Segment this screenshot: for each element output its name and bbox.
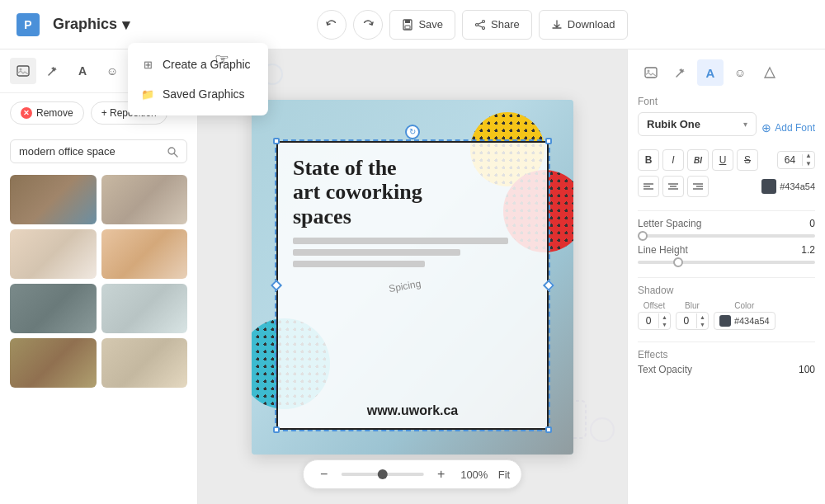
list-item[interactable] (101, 229, 188, 279)
content-title: State of the art coworking spaces (293, 156, 422, 230)
title-line2: art coworking (293, 180, 422, 204)
zoom-out-button[interactable]: − (315, 465, 333, 483)
panel-wand-tool[interactable] (40, 58, 66, 84)
blur-label: Blur (685, 301, 700, 310)
top-bar-left: P Graphics ▾ (16, 12, 136, 37)
italic-button[interactable]: I (662, 149, 684, 171)
rp-image-tool[interactable] (638, 59, 664, 86)
panel-text-tool[interactable]: A (69, 58, 96, 84)
bold-button[interactable]: B (638, 149, 659, 171)
underline-button[interactable]: U (712, 149, 733, 171)
list-item[interactable] (10, 229, 97, 279)
svg-rect-8 (17, 66, 29, 76)
title-line1: State of the (293, 156, 397, 180)
zoom-in-button[interactable]: + (432, 465, 450, 483)
content-line (293, 261, 425, 267)
rp-text-tool[interactable]: A (697, 59, 724, 86)
list-item[interactable] (10, 175, 97, 224)
text-opacity-value: 100 (799, 364, 815, 375)
align-left-button[interactable] (638, 176, 659, 197)
blur-value: 0 (676, 313, 696, 329)
shadow-color-hex: #434a54 (734, 316, 770, 326)
font-size-control: 64 ▲ ▼ (777, 151, 815, 169)
emoji-tool-icon: ☺ (734, 66, 746, 79)
save-button[interactable]: Save (389, 10, 455, 40)
zoom-thumb (378, 469, 388, 479)
search-input[interactable] (19, 145, 162, 158)
remove-button[interactable]: ✕ Remove (10, 101, 84, 125)
chevron-down-icon: ▾ (122, 16, 130, 34)
redo-button[interactable] (353, 10, 383, 40)
graphics-button[interactable]: Graphics ▾ (46, 12, 136, 37)
rp-emoji-tool[interactable]: ☺ (727, 59, 753, 86)
list-item[interactable] (101, 338, 188, 388)
rotate-handle[interactable]: ↻ (405, 125, 420, 139)
blur-up[interactable]: ▲ (697, 313, 708, 321)
rp-shape-tool[interactable] (757, 59, 783, 86)
align-center-button[interactable] (662, 176, 684, 197)
color-swatch[interactable] (761, 179, 776, 194)
offset-up[interactable]: ▲ (659, 313, 670, 321)
content-url: www.uwork.ca (293, 403, 532, 418)
font-size-arrows: ▲ ▼ (803, 152, 814, 168)
divider (638, 210, 815, 211)
panel-image-tool[interactable] (10, 58, 36, 84)
svg-point-5 (483, 26, 485, 29)
line-height-slider[interactable] (638, 261, 815, 264)
list-item[interactable] (101, 284, 188, 333)
offset-label: Offset (644, 301, 666, 310)
blur-down[interactable]: ▼ (697, 321, 708, 328)
zoom-slider[interactable] (342, 473, 424, 476)
zoom-fit-button[interactable]: Fit (498, 469, 510, 481)
letter-spacing-slider[interactable] (638, 234, 815, 238)
letter-spacing-value: 0 (809, 218, 815, 229)
top-bar: P Graphics ▾ ⊞ Create a Graphic 📁 Saved … (0, 0, 825, 49)
font-size-down[interactable]: ▼ (803, 160, 814, 168)
content-line (293, 238, 508, 244)
blur-input[interactable]: 0 ▲ ▼ (676, 312, 709, 330)
strikethrough-button[interactable]: S (737, 149, 758, 171)
bold-italic-button[interactable]: BI (687, 149, 709, 171)
offset-value: 0 (639, 313, 658, 329)
undo-button[interactable] (317, 10, 346, 40)
canvas-frame: State of the art coworking spaces www.uw… (252, 100, 573, 455)
plus-icon: ⊕ (761, 121, 771, 134)
svg-point-18 (648, 70, 650, 73)
shadow-controls: Offset 0 ▲ ▼ Blur 0 ▲ ▼ Color (638, 301, 815, 330)
center-toolbar: Save Share Download (136, 10, 808, 40)
offset-down[interactable]: ▼ (659, 321, 670, 328)
font-selector[interactable]: Rubik One ▾ (638, 112, 757, 136)
align-right-button[interactable] (687, 176, 709, 197)
create-graphic-item[interactable]: ⊞ Create a Graphic (128, 49, 268, 79)
divider (638, 277, 815, 278)
share-button[interactable]: Share (462, 10, 532, 40)
font-section-label: Font (638, 96, 815, 107)
chevron-down-icon: ▾ (743, 120, 747, 129)
svg-point-16 (591, 418, 614, 441)
saved-graphics-label: Saved Graphics (163, 87, 245, 101)
format-row: B I BI U S 64 ▲ ▼ (638, 149, 815, 171)
shadow-color-control[interactable]: #434a54 (714, 312, 776, 330)
list-item[interactable] (101, 175, 188, 224)
svg-line-6 (478, 22, 482, 24)
right-panel-toolbar: A ☺ (638, 59, 815, 86)
content-line (293, 249, 460, 256)
line-height-label: Line Height (638, 244, 688, 256)
saved-graphics-item[interactable]: 📁 Saved Graphics (128, 79, 268, 109)
list-item[interactable] (10, 338, 97, 388)
list-item[interactable] (10, 284, 97, 333)
folder-icon: 📁 (141, 87, 154, 101)
slider-thumb (673, 257, 683, 267)
canvas-area: State of the art coworking spaces www.uw… (198, 49, 627, 504)
content-box[interactable]: State of the art coworking spaces www.uw… (276, 141, 549, 430)
panel-emoji-tool[interactable]: ☺ (99, 58, 125, 84)
download-button[interactable]: Download (539, 10, 628, 40)
content-lines (293, 238, 532, 267)
offset-input[interactable]: 0 ▲ ▼ (638, 312, 671, 330)
text-opacity-row: Text Opacity 100 (638, 364, 815, 375)
svg-line-11 (174, 153, 177, 157)
add-font-button[interactable]: ⊕ Add Font (761, 121, 815, 134)
rp-wand-tool[interactable] (667, 59, 694, 86)
divider (638, 341, 815, 342)
font-size-up[interactable]: ▲ (803, 152, 814, 160)
